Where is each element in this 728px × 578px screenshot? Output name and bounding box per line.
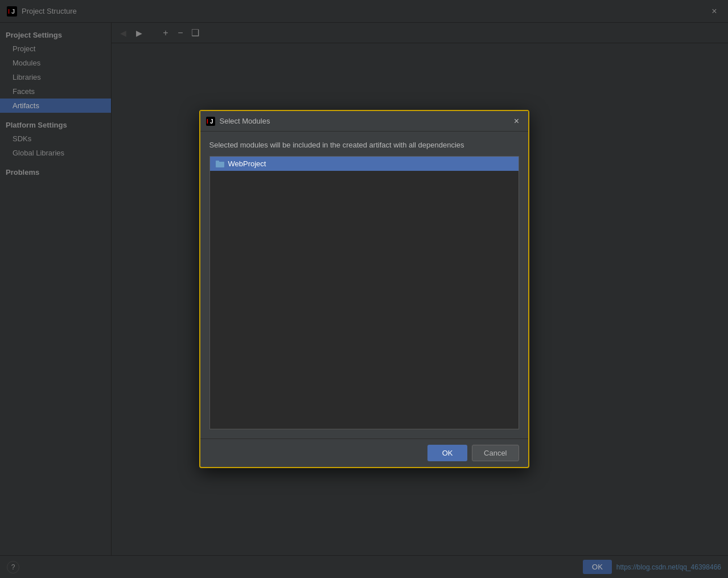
module-item-webproject[interactable]: WebProject [210, 157, 519, 171]
dialog-title-bar: I J Select Modules × [200, 111, 528, 132]
dialog-title-text: Select Modules [220, 117, 270, 125]
dialog-close-button[interactable]: × [511, 116, 523, 127]
module-item-label: WebProject [228, 159, 266, 168]
dialog-ok-button[interactable]: OK [427, 445, 467, 461]
svg-text:J: J [210, 118, 213, 125]
dialog-title-left: I J Select Modules [206, 117, 270, 126]
dialog-description: Selected modules will be included in the… [209, 141, 519, 149]
modal-overlay: I J Select Modules × Selected modules wi… [0, 0, 728, 578]
dialog-body: Selected modules will be included in the… [200, 132, 528, 438]
folder-icon [216, 160, 225, 168]
dialog-cancel-button[interactable]: Cancel [472, 445, 519, 461]
module-list[interactable]: WebProject [209, 156, 519, 429]
dialog-intellij-icon: I J [206, 117, 215, 126]
svg-text:I: I [207, 118, 208, 125]
dialog-footer: OK Cancel [200, 438, 528, 467]
select-modules-dialog: I J Select Modules × Selected modules wi… [199, 110, 529, 468]
svg-rect-10 [216, 161, 219, 163]
